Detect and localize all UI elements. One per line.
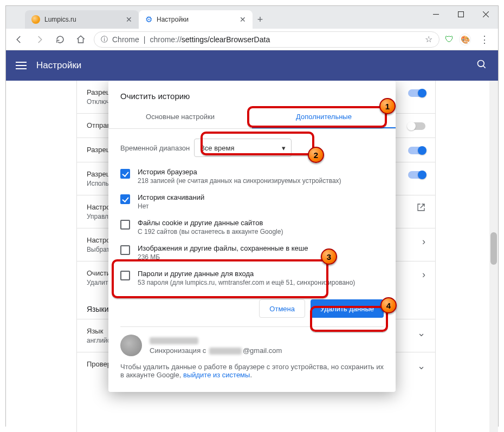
time-range-label: Временной диапазон (120, 144, 190, 152)
reload-button[interactable] (53, 32, 68, 47)
item-title: История скачиваний (138, 193, 204, 201)
list-item[interactable]: История скачиваний Нет (120, 189, 384, 214)
time-range-value: Все время (200, 144, 234, 152)
item-title: Пароли и другие данные для входа (138, 270, 355, 278)
sync-label: Синхронизация с (150, 346, 206, 355)
dialog-buttons: Отмена Удалить данные (108, 291, 396, 324)
browser-window: Lumpics.ru ✕ ⚙ Настройки ✕ + ⓘ Chrome | … (5, 5, 499, 427)
dropdown-icon: ▾ (282, 144, 286, 152)
page-scrollbar[interactable] (489, 81, 498, 432)
close-tab-icon[interactable]: ✕ (126, 15, 132, 24)
footer-hint: Чтобы удалить данные о работе в браузере… (120, 363, 384, 379)
address-bar[interactable]: ⓘ Chrome | chrome://settings/clearBrowse… (94, 31, 440, 48)
address-security-label: Chrome (112, 35, 139, 44)
address-actions: ☆ (425, 34, 432, 44)
button-label: Отмена (269, 305, 295, 313)
tab-title: Lumpics.ru (44, 16, 76, 23)
checkbox[interactable] (120, 169, 130, 179)
toggle[interactable] (408, 122, 425, 130)
sign-out-link[interactable]: выйдите из системы (183, 371, 250, 379)
extension-palette-icon[interactable]: 🎨 (459, 34, 471, 45)
home-button[interactable] (73, 32, 88, 47)
plus-icon: + (257, 14, 263, 25)
toggle[interactable] (408, 171, 425, 179)
item-sub: С 192 сайтов (вы останетесь в аккаунте G… (138, 228, 283, 235)
url-path: settings/clearBrowserData (182, 35, 270, 44)
list-item[interactable]: Изображения и другие файлы, сохраненные … (120, 240, 384, 265)
chevron-down-icon: ⌄ (417, 327, 425, 339)
cancel-button[interactable]: Отмена (259, 299, 305, 318)
bookmark-icon[interactable]: ☆ (425, 34, 432, 44)
maximize-button[interactable] (448, 6, 473, 22)
new-tab-button[interactable]: + (253, 12, 268, 27)
list-item[interactable]: История браузера 218 записей (не считая … (120, 163, 384, 189)
minimize-button[interactable] (423, 6, 448, 22)
url-scheme: chrome:// (150, 35, 181, 44)
data-type-list: История браузера 218 записей (не считая … (120, 163, 384, 291)
checkbox[interactable] (120, 220, 130, 230)
chevron-down-icon: ⌄ (417, 360, 425, 372)
svg-rect-1 (458, 11, 463, 17)
checkbox[interactable] (120, 194, 130, 204)
tab-advanced[interactable]: Дополнительные (252, 106, 396, 128)
window-controls (423, 6, 498, 22)
item-title: Файлы cookie и другие данные сайтов (138, 219, 283, 227)
svg-rect-0 (433, 14, 439, 14)
toggle[interactable] (408, 147, 425, 154)
back-button[interactable] (11, 32, 27, 47)
scroll-thumb[interactable] (490, 232, 497, 265)
dialog-tabs: Основные настройки Дополнительные (108, 106, 396, 129)
delete-data-button[interactable]: Удалить данные (311, 299, 384, 318)
open-external-icon[interactable] (417, 203, 425, 213)
list-item[interactable]: Пароли и другие данные для входа 53 паро… (120, 265, 384, 291)
item-title: Изображения и другие файлы, сохраненные … (138, 244, 308, 252)
list-item[interactable]: Файлы cookie и другие данные сайтов С 19… (120, 214, 384, 240)
item-sub: Нет (138, 202, 204, 210)
site-info-icon[interactable]: ⓘ (101, 35, 108, 44)
site-favicon-icon (31, 15, 40, 24)
settings-favicon-icon: ⚙ (145, 15, 152, 24)
dialog-title: Очистить историю (108, 81, 396, 106)
tab-lumpics[interactable]: Lumpics.ru ✕ (25, 10, 139, 29)
item-sub: 236 МБ (138, 253, 308, 261)
item-sub: 218 записей (не считая данных на синхрон… (138, 177, 341, 185)
sync-email-suffix: @gmail.com (243, 346, 282, 355)
avatar (120, 335, 142, 356)
browser-menu-button[interactable]: ⋮ (476, 34, 493, 45)
tab-title: Настройки (157, 16, 189, 23)
svg-line-5 (483, 66, 486, 68)
chevron-right-icon: › (422, 236, 425, 247)
redacted-name (150, 337, 198, 344)
extension-shield-icon[interactable]: 🛡 (445, 35, 454, 44)
close-tab-icon[interactable]: ✕ (240, 15, 246, 24)
redacted-email (209, 348, 242, 355)
settings-content: Разрешить... Отключите этот параметр, ес… (6, 81, 498, 432)
clear-data-dialog: Очистить историю Основные настройки Допо… (108, 81, 396, 392)
dialog-footer: Синхронизация с @gmail.com Чтобы удалить… (120, 326, 384, 387)
search-icon[interactable] (476, 59, 487, 72)
item-title: История браузера (138, 168, 341, 176)
close-window-button[interactable] (473, 6, 498, 22)
time-range-select[interactable]: Все время ▾ (194, 139, 292, 157)
checkbox[interactable] (120, 245, 130, 255)
checkbox[interactable] (120, 271, 130, 280)
forward-button[interactable] (32, 32, 47, 47)
toggle[interactable] (408, 89, 425, 97)
svg-point-4 (478, 61, 484, 67)
chevron-right-icon: › (422, 269, 425, 280)
item-sub: 53 пароля (для lumpics.ru, wmtransfer.co… (138, 279, 355, 286)
settings-title: Настройки (36, 60, 81, 71)
menu-icon[interactable] (16, 62, 27, 69)
toolbar: ⓘ Chrome | chrome://settings/clearBrowse… (6, 29, 498, 50)
tab-settings[interactable]: ⚙ Настройки ✕ (139, 10, 253, 29)
button-label: Удалить данные (320, 305, 374, 313)
tab-basic[interactable]: Основные настройки (108, 106, 252, 128)
settings-header: Настройки (6, 50, 498, 81)
